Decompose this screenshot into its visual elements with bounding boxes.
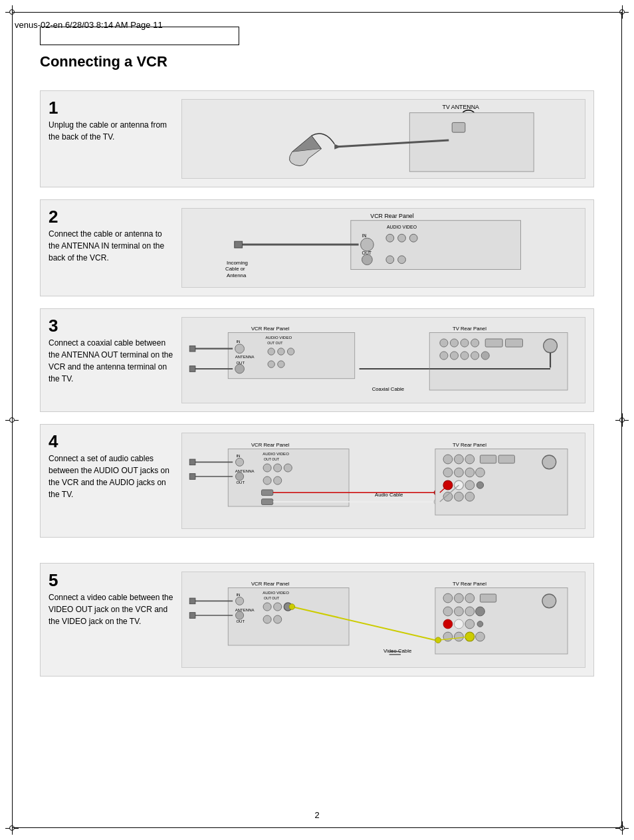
step-4-box: 4 Connect a set of audio cables between … [40,424,594,538]
svg-point-36 [268,361,274,368]
svg-rect-121 [189,598,195,604]
svg-rect-90 [480,455,496,463]
svg-point-47 [450,339,458,347]
svg-point-55 [471,352,479,360]
svg-point-18 [398,256,406,264]
svg-point-142 [443,632,453,641]
step-4-text: 4 Connect a set of audio cables between … [49,433,181,500]
svg-text:OUT    OUT: OUT OUT [267,341,283,345]
step-1-box: 1 Unplug the cable or antenna from the b… [40,90,594,187]
svg-point-95 [476,468,485,477]
svg-text:AUDIO  VIDEO: AUDIO VIDEO [263,452,289,456]
svg-point-93 [454,468,463,477]
svg-point-115 [263,603,271,611]
svg-rect-41 [189,366,195,372]
svg-point-131 [443,593,453,603]
svg-text:Antenna: Antenna [227,272,247,278]
svg-text:OUT: OUT [236,480,245,484]
page-title: Connecting a VCR [40,53,594,70]
svg-point-12 [386,234,394,242]
reg-mark-br [615,821,629,835]
svg-point-133 [465,593,475,603]
svg-text:AUDIO  VIDEO: AUDIO VIDEO [266,336,292,340]
svg-text:VCR  Rear  Panel: VCR Rear Panel [251,326,290,332]
svg-point-101 [465,492,475,501]
svg-point-140 [454,619,463,629]
svg-point-147 [477,621,483,627]
svg-point-14 [409,234,417,242]
svg-point-116 [274,603,282,611]
step-3-number: 3 [49,317,173,334]
svg-point-52 [440,352,448,360]
svg-point-54 [461,352,469,360]
svg-text:OUT    OUT: OUT OUT [264,596,280,600]
svg-point-136 [454,607,463,616]
step-5-text: 5 Connect a video cable between the VIDE… [49,572,181,627]
step-4-diagram: VCR Rear Panel IN ANTENNA OUT AUDIO VIDE… [181,433,585,529]
step-3-diagram: VCR Rear Panel IN ANTENNA OUT AUDIO VIDE… [181,317,585,403]
svg-text:Video  Cable: Video Cable [383,648,411,654]
svg-point-108 [236,597,244,605]
step-3-box: 3 Connect a coaxial cable between the AN… [40,308,594,412]
svg-point-71 [284,464,292,472]
svg-point-13 [398,234,406,242]
svg-text:Coaxial  Cable: Coaxial Cable [372,386,404,392]
svg-point-92 [443,468,453,477]
svg-text:OUT    OUT: OUT OUT [264,457,280,461]
svg-point-146 [542,594,556,608]
svg-text:AUDIO  VIDEO: AUDIO VIDEO [387,225,417,229]
svg-point-62 [236,458,244,466]
svg-point-72 [263,476,271,484]
svg-text:IN: IN [362,233,367,238]
svg-rect-91 [498,455,514,463]
page-border-left [12,12,13,828]
svg-point-141 [465,619,475,629]
svg-rect-50 [485,339,502,347]
svg-point-94 [465,468,475,477]
svg-rect-74 [261,490,272,496]
svg-point-102 [542,455,556,469]
svg-point-132 [454,593,463,603]
svg-point-57 [544,339,558,353]
svg-text:IN: IN [236,340,240,344]
svg-point-89 [465,455,475,464]
svg-rect-134 [480,594,496,602]
svg-point-17 [386,256,394,264]
svg-rect-75 [261,499,272,505]
step-2-desc: Connect the cable or antenna to the ANTE… [49,229,164,262]
svg-point-118 [263,615,271,623]
svg-point-46 [440,339,448,347]
step-2-text: 2 Connect the cable or antenna to the AN… [49,208,181,264]
svg-text:AUDIO  VIDEO: AUDIO VIDEO [263,591,289,595]
svg-point-98 [465,480,475,490]
svg-marker-6 [334,144,341,150]
svg-rect-79 [189,474,195,480]
svg-point-135 [443,607,453,616]
svg-point-111 [236,611,244,619]
svg-point-126 [289,604,295,610]
svg-point-34 [278,348,284,355]
svg-point-99 [443,492,453,501]
svg-text:IN: IN [236,454,240,458]
svg-rect-123 [189,613,195,619]
main-content: Connecting a VCR 1 Unplug the cable or a… [40,53,594,688]
svg-point-48 [461,339,469,347]
svg-text:ANTENNA: ANTENNA [235,355,255,359]
svg-point-26 [235,344,245,354]
svg-point-138 [476,607,485,616]
svg-point-53 [450,352,458,360]
svg-point-49 [471,339,479,347]
svg-rect-51 [506,339,523,347]
svg-point-37 [278,361,284,368]
page-border-bottom [12,827,622,828]
step-5-box: 5 Connect a video cable between the VIDE… [40,563,594,677]
svg-point-149 [435,637,441,643]
svg-rect-39 [189,346,195,352]
svg-point-56 [481,352,489,360]
step-3-text: 3 Connect a coaxial cable between the AN… [49,317,181,385]
svg-point-100 [454,492,463,501]
svg-point-103 [476,482,483,488]
step-4-desc: Connect a set of audio cables between th… [49,454,169,499]
svg-point-143 [454,632,463,641]
step-5-diagram: VCR Rear Panel IN ANTENNA OUT AUDIO VIDE… [181,572,585,668]
